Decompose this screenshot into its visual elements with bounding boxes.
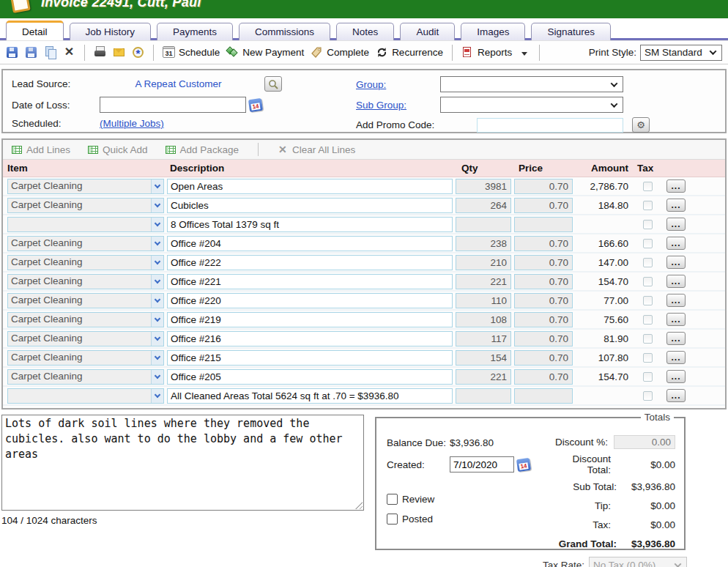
price-input[interactable] [514,293,573,308]
email-icon[interactable] [113,46,125,59]
row-options-button[interactable]: ... [666,275,686,288]
save-as-icon[interactable] [25,46,37,59]
tax-checkbox[interactable] [643,391,653,401]
tab-signatures[interactable]: Signatures [531,23,611,40]
print-style-select[interactable]: SM Standard [640,45,722,61]
tab-images[interactable]: Images [461,23,525,40]
add-lines-button[interactable]: Add Lines [12,144,70,155]
tax-checkbox[interactable] [643,353,653,363]
sub-group-select[interactable] [440,97,623,113]
promo-gear-button[interactable]: ⚙ [632,117,650,133]
date-of-loss-calendar-icon[interactable]: 14 [249,99,262,111]
row-options-button[interactable]: ... [666,294,686,307]
price-input[interactable] [514,236,573,251]
new-payment-button[interactable]: New Payment [226,46,304,59]
reports-dropdown-arrow[interactable] [519,45,530,59]
date-of-loss-input[interactable] [100,97,246,113]
qty-input[interactable] [456,179,511,194]
add-package-button[interactable]: Add Package [166,144,239,155]
price-input[interactable] [514,274,573,289]
price-input[interactable] [514,198,573,213]
group-link[interactable]: Group: [356,79,440,90]
description-input[interactable] [167,331,453,346]
item-select[interactable]: Carpet Cleaning [7,350,164,366]
row-options-button[interactable]: ... [666,351,686,364]
qty-input[interactable] [456,331,511,346]
tax-checkbox[interactable] [643,220,653,229]
item-select[interactable]: Carpet Cleaning [7,369,164,385]
tab-audit[interactable]: Audit [400,23,455,40]
row-options-button[interactable]: ... [666,389,686,402]
tax-rate-select[interactable]: No Tax (0.0%) [589,557,687,567]
tax-checkbox[interactable] [643,258,653,267]
row-options-button[interactable]: ... [666,370,686,383]
review-checkbox[interactable] [387,494,398,505]
row-options-button[interactable]: ... [666,218,686,231]
quick-add-button[interactable]: Quick Add [88,144,148,155]
description-input[interactable] [167,236,453,251]
qty-input[interactable] [456,388,511,404]
lead-source-link[interactable]: A Repeat Customer [100,78,257,89]
qty-input[interactable] [456,274,511,289]
description-input[interactable] [167,179,453,194]
item-select[interactable]: Carpet Cleaning [7,236,164,251]
tax-checkbox[interactable] [643,277,653,286]
description-input[interactable] [167,217,453,232]
description-input[interactable] [167,369,453,385]
invoice-notes-textarea[interactable]: Lots of dark soil lines where they remov… [1,415,364,511]
row-options-button[interactable]: ... [666,199,686,212]
row-options-button[interactable]: ... [666,237,686,250]
qty-input[interactable] [456,255,511,270]
description-input[interactable] [167,255,453,270]
item-select[interactable] [7,217,164,232]
recurrence-button[interactable]: Recurrence [376,46,443,59]
item-select[interactable]: Carpet Cleaning [7,293,164,308]
promo-code-input[interactable] [477,118,623,133]
item-select[interactable] [7,388,164,404]
price-input[interactable] [514,388,573,404]
clear-all-lines-button[interactable]: ✕ Clear All Lines [278,144,355,155]
print-icon[interactable] [94,46,106,59]
price-input[interactable] [514,350,573,366]
item-select[interactable]: Carpet Cleaning [7,179,164,194]
created-date-input[interactable] [450,456,514,472]
qty-input[interactable] [456,312,511,327]
web-icon[interactable] [132,46,144,59]
tax-checkbox[interactable] [643,372,653,382]
item-select[interactable]: Carpet Cleaning [7,331,164,346]
description-input[interactable] [167,388,453,404]
copy-icon[interactable] [44,46,56,59]
complete-button[interactable]: Complete [311,46,369,59]
item-select[interactable]: Carpet Cleaning [7,274,164,289]
price-input[interactable] [514,255,573,270]
tab-commissions[interactable]: Commissions [239,23,330,40]
qty-input[interactable] [456,293,511,308]
lead-source-search-button[interactable] [264,76,282,92]
tab-notes[interactable]: Notes [336,23,394,40]
item-select[interactable]: Carpet Cleaning [7,198,164,213]
qty-input[interactable] [456,369,511,385]
qty-input[interactable] [456,198,511,213]
delete-icon[interactable]: ✕ [63,46,75,59]
row-options-button[interactable]: ... [666,256,686,269]
row-options-button[interactable]: ... [666,332,686,345]
tax-checkbox[interactable] [643,201,653,210]
sub-group-link[interactable]: Sub Group: [356,100,440,111]
price-input[interactable] [514,312,573,327]
price-input[interactable] [514,217,573,232]
save-icon[interactable] [6,46,18,59]
description-input[interactable] [167,274,453,289]
price-input[interactable] [514,331,573,346]
tax-checkbox[interactable] [643,182,653,191]
description-input[interactable] [167,350,453,366]
discount-pct-input[interactable] [614,435,675,449]
group-select[interactable] [440,76,623,92]
reports-button[interactable]: Reports [461,46,512,59]
schedule-button[interactable]: 31 Schedule [163,46,220,59]
description-input[interactable] [167,198,453,213]
tax-checkbox[interactable] [643,296,653,305]
tab-detail[interactable]: Detail [6,21,64,40]
tab-job-history[interactable]: Job History [70,23,152,40]
row-options-button[interactable]: ... [666,179,686,193]
item-select[interactable]: Carpet Cleaning [7,312,164,327]
